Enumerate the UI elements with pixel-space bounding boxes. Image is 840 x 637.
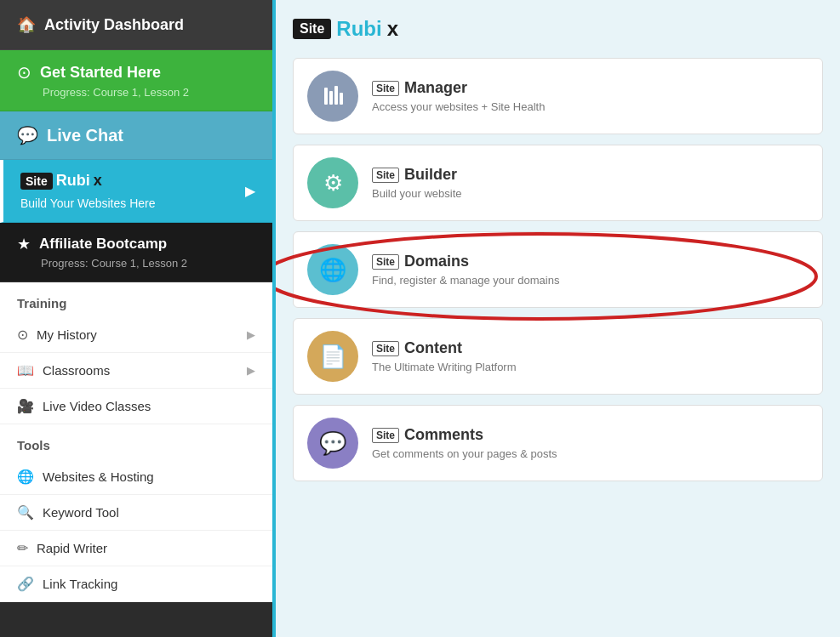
my-history-label: My History [37, 327, 97, 342]
card-content[interactable]: 📄 Site Content The Ultimate Writing Plat… [293, 318, 823, 395]
chevron-right-icon: ▶ [245, 183, 255, 199]
comments-name: Comments [404, 426, 483, 444]
sidebar-item-activity-dashboard[interactable]: 🏠 Activity Dashboard [0, 0, 272, 50]
content-desc: The Ultimate Writing Platform [372, 361, 517, 373]
play-icon: ⊙ [17, 62, 31, 82]
siterubix-x: x [94, 172, 102, 190]
manager-text: Site Manager Access your websites + Site… [372, 79, 545, 113]
card-comments[interactable]: 💬 Site Comments Get comments on your pag… [293, 405, 823, 481]
svg-rect-0 [324, 88, 328, 105]
domains-name: Domains [404, 253, 469, 270]
siterubix-rubix-text: Rubi [56, 172, 90, 190]
manager-desc: Access your websites + Site Health [372, 100, 545, 113]
classrooms-label: Classrooms [43, 363, 110, 378]
main-rubix-text: Rubi [336, 17, 381, 41]
home-icon: 🏠 [17, 15, 36, 34]
domains-text: Site Domains Find, register & manage you… [372, 253, 559, 287]
content-icon: 📄 [307, 331, 358, 382]
live-video-label: Live Video Classes [43, 399, 151, 413]
content-text: Site Content The Ultimate Writing Platfo… [372, 339, 517, 373]
get-started-label: Get Started Here [40, 64, 161, 82]
comments-site-badge: Site [372, 428, 399, 443]
sidebar-item-classrooms[interactable]: 📖 Classrooms ▶ [0, 353, 272, 389]
training-section: Training ⊙ My History ▶ 📖 Classrooms ▶ 🎥… [0, 282, 272, 424]
domains-desc: Find, register & manage your domains [372, 274, 559, 287]
svg-rect-2 [334, 86, 338, 105]
builder-site-badge: Site [372, 168, 399, 183]
affiliate-label: Affiliate Bootcamp [39, 236, 167, 253]
globe-icon: 🌐 [17, 469, 34, 485]
main-siterubix-logo: Site Rubix [293, 17, 823, 41]
sidebar-item-rapid-writer[interactable]: ✏ Rapid Writer [0, 531, 272, 566]
sidebar-item-link-tracking[interactable]: 🔗 Link Tracking [0, 566, 272, 602]
sidebar-item-live-video[interactable]: 🎥 Live Video Classes [0, 389, 272, 424]
card-domains[interactable]: 🌐 Site Domains Find, register & manage y… [293, 231, 823, 308]
comments-text: Site Comments Get comments on your pages… [372, 426, 557, 460]
sidebar-item-my-history[interactable]: ⊙ My History ▶ [0, 317, 272, 353]
activity-dashboard-label: Activity Dashboard [44, 16, 184, 34]
sidebar-item-websites-hosting[interactable]: 🌐 Websites & Hosting [0, 459, 272, 495]
sidebar-item-keyword-tool[interactable]: 🔍 Keyword Tool [0, 495, 272, 531]
domains-site-badge: Site [372, 254, 399, 270]
chevron-right-icon: ▶ [247, 364, 255, 377]
keyword-tool-label: Keyword Tool [43, 505, 119, 520]
sidebar-item-live-chat[interactable]: 💬 Live Chat [0, 111, 272, 160]
manager-site-badge: Site [372, 81, 399, 96]
svg-rect-3 [340, 93, 343, 105]
manager-icon [307, 71, 358, 122]
affiliate-progress: Progress: Course 1, Lesson 2 [17, 257, 255, 270]
card-manager[interactable]: Site Manager Access your websites + Site… [293, 58, 823, 134]
link-tracking-label: Link Tracking [43, 577, 117, 591]
tools-header: Tools [0, 424, 272, 459]
comments-desc: Get comments on your pages & posts [372, 447, 557, 460]
history-icon: ⊙ [17, 327, 28, 343]
builder-text: Site Builder Build your website [372, 166, 462, 200]
sidebar-item-affiliate[interactable]: ★ Affiliate Bootcamp Progress: Course 1,… [0, 223, 272, 282]
search-icon: 🔍 [17, 504, 34, 520]
sidebar: 🏠 Activity Dashboard ⊙ Get Started Here … [0, 0, 272, 637]
classrooms-icon: 📖 [17, 362, 34, 378]
svg-rect-1 [329, 91, 333, 105]
siterubix-subtitle: Build Your Websites Here [20, 196, 156, 210]
main-rubix-x: x [387, 17, 398, 41]
live-chat-label: Live Chat [47, 126, 123, 145]
manager-name: Manager [404, 79, 467, 97]
sidebar-item-get-started[interactable]: ⊙ Get Started Here Progress: Course 1, L… [0, 50, 272, 111]
sidebar-item-siterubix[interactable]: Site Rubix Build Your Websites Here ▶ [0, 160, 272, 223]
main-site-badge: Site [293, 19, 331, 39]
builder-desc: Build your website [372, 187, 462, 200]
pen-icon: ✏ [17, 540, 28, 556]
chat-icon: 💬 [17, 125, 38, 145]
chevron-right-icon: ▶ [247, 328, 255, 341]
link-icon: 🔗 [17, 576, 34, 592]
training-header: Training [0, 282, 272, 317]
builder-name: Builder [404, 166, 457, 184]
comments-icon: 💬 [307, 418, 358, 469]
domains-icon: 🌐 [307, 244, 358, 295]
websites-hosting-label: Websites & Hosting [43, 469, 154, 484]
tools-section: Tools 🌐 Websites & Hosting 🔍 Keyword Too… [0, 424, 272, 602]
siterubix-site-badge: Site [20, 173, 53, 190]
get-started-progress: Progress: Course 1, Lesson 2 [17, 86, 255, 99]
content-site-badge: Site [372, 341, 399, 356]
video-icon: 🎥 [17, 398, 34, 414]
rapid-writer-label: Rapid Writer [37, 541, 107, 555]
main-content: Site Rubix Site Manager Access your webs… [272, 0, 840, 637]
star-icon: ★ [17, 235, 31, 253]
builder-icon: ⚙ [307, 157, 358, 208]
card-builder[interactable]: ⚙ Site Builder Build your website [293, 145, 823, 221]
content-name: Content [404, 339, 462, 357]
